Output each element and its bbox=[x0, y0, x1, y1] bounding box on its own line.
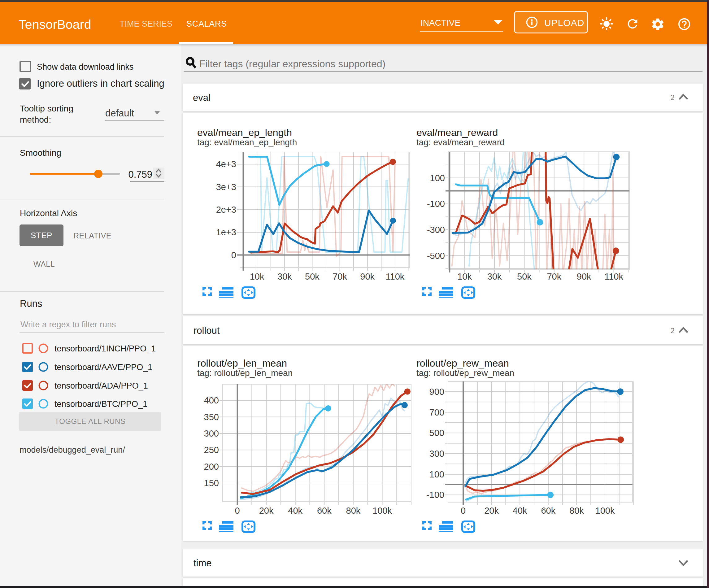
svg-text:110k: 110k bbox=[386, 272, 405, 281]
svg-text:-100: -100 bbox=[427, 199, 445, 209]
svg-text:20k: 20k bbox=[259, 506, 274, 515]
svg-text:60k: 60k bbox=[541, 506, 555, 515]
svg-text:60k: 60k bbox=[317, 506, 332, 515]
svg-text:-100: -100 bbox=[426, 490, 444, 500]
svg-text:900: 900 bbox=[429, 387, 444, 397]
svg-text:80k: 80k bbox=[346, 506, 361, 515]
svg-text:400: 400 bbox=[204, 395, 219, 405]
svg-text:100k: 100k bbox=[372, 506, 392, 515]
svg-text:90k: 90k bbox=[360, 272, 375, 281]
svg-text:100: 100 bbox=[430, 173, 445, 183]
svg-text:4e+3: 4e+3 bbox=[216, 159, 236, 169]
svg-text:2e+3: 2e+3 bbox=[216, 205, 236, 214]
svg-text:150: 150 bbox=[204, 478, 219, 488]
svg-text:700: 700 bbox=[429, 408, 444, 417]
svg-text:300: 300 bbox=[204, 429, 219, 438]
svg-text:70k: 70k bbox=[547, 272, 561, 281]
svg-text:0: 0 bbox=[235, 506, 240, 515]
svg-text:500: 500 bbox=[429, 428, 444, 438]
svg-text:-300: -300 bbox=[427, 225, 445, 235]
svg-text:1e+3: 1e+3 bbox=[216, 227, 236, 237]
svg-text:100k: 100k bbox=[595, 506, 615, 515]
svg-text:250: 250 bbox=[204, 445, 219, 455]
svg-text:50k: 50k bbox=[305, 272, 319, 281]
svg-text:0: 0 bbox=[231, 250, 236, 260]
svg-text:350: 350 bbox=[204, 412, 219, 422]
svg-text:300: 300 bbox=[429, 449, 444, 459]
svg-text:20k: 20k bbox=[484, 506, 499, 515]
svg-text:110k: 110k bbox=[604, 272, 623, 281]
svg-text:10k: 10k bbox=[250, 272, 264, 281]
svg-text:40k: 40k bbox=[513, 506, 527, 515]
svg-text:30k: 30k bbox=[278, 272, 292, 281]
svg-text:0: 0 bbox=[461, 506, 466, 515]
svg-text:10k: 10k bbox=[457, 272, 472, 281]
svg-text:100: 100 bbox=[429, 469, 444, 479]
svg-text:3e+3: 3e+3 bbox=[216, 182, 236, 192]
svg-text:90k: 90k bbox=[577, 272, 592, 281]
svg-text:40k: 40k bbox=[288, 506, 303, 515]
svg-text:-500: -500 bbox=[427, 251, 445, 261]
svg-text:30k: 30k bbox=[487, 272, 502, 281]
svg-text:80k: 80k bbox=[569, 506, 584, 515]
svg-text:70k: 70k bbox=[333, 272, 347, 281]
svg-text:50k: 50k bbox=[517, 272, 532, 281]
svg-text:200: 200 bbox=[204, 462, 219, 471]
